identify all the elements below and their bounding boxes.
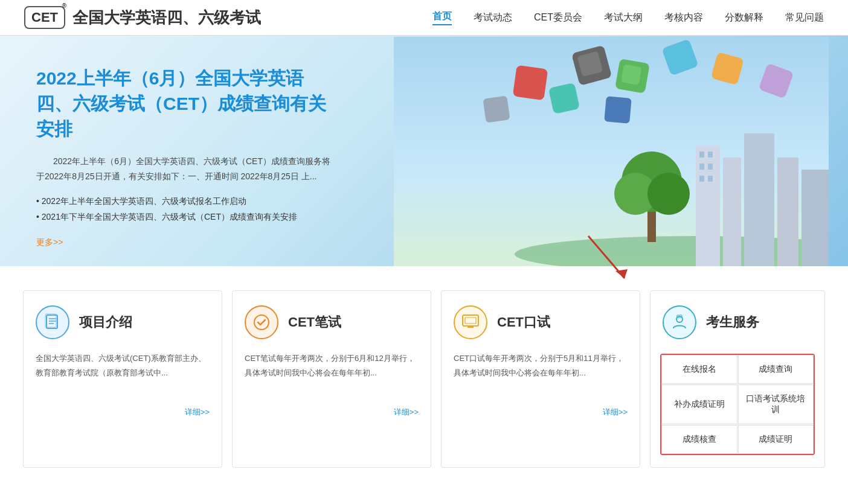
logo-badge: CET ® bbox=[24, 6, 65, 29]
svg-rect-27 bbox=[621, 65, 642, 86]
banner-illustration bbox=[394, 37, 829, 266]
banner-more-link[interactable]: 更多>> bbox=[36, 237, 63, 248]
service-buttons-grid: 在线报名 成绩查询 补办成绩证明 口语考试系统培训 成绩核查 成绩证明 bbox=[660, 354, 815, 455]
main-nav: 首页 考试动态 CET委员会 考试大纲 考核内容 分数解释 常见问题 bbox=[432, 10, 824, 25]
logo-registered: ® bbox=[62, 2, 66, 9]
site-header: CET ® 全国大学英语四、六级考试 首页 考试动态 CET委员会 考试大纲 考… bbox=[0, 0, 848, 36]
nav-scores[interactable]: 分数解释 bbox=[725, 11, 763, 24]
service-icon bbox=[663, 305, 696, 339]
card-written-title: CET笔试 bbox=[288, 313, 341, 331]
svg-rect-11 bbox=[699, 152, 704, 158]
svg-rect-22 bbox=[548, 83, 580, 114]
card-oral: CET口试 CET口试每年开考两次，分别于5月和11月举行，具体考试时间我中心将… bbox=[441, 290, 640, 468]
card-oral-header: CET口试 bbox=[454, 305, 628, 339]
site-title: 全国大学英语四、六级考试 bbox=[72, 7, 261, 28]
card-intro: 项目介绍 全国大学英语四、六级考试(CET)系教育部主办、教育部教育考试院（原教… bbox=[23, 290, 222, 468]
btn-reissue-cert[interactable]: 补办成绩证明 bbox=[661, 384, 737, 424]
banner-image bbox=[374, 36, 848, 266]
svg-rect-25 bbox=[604, 97, 632, 124]
btn-score-query[interactable]: 成绩查询 bbox=[738, 355, 814, 384]
card-written: CET笔试 CET笔试每年开考两次，分别于6月和12月举行，具体考试时间我中心将… bbox=[232, 290, 431, 468]
document-icon bbox=[43, 313, 62, 331]
svg-point-5 bbox=[647, 173, 690, 215]
card-written-link[interactable]: 详细>> bbox=[245, 407, 419, 418]
btn-online-register[interactable]: 在线报名 bbox=[661, 355, 737, 384]
card-intro-body: 全国大学英语四、六级考试(CET)系教育部主办、教育部教育考试院（原教育部考试中… bbox=[36, 351, 210, 400]
banner-section: 2022上半年（6月）全国大学英语四、六级考试（CET）成绩查询有关安排 202… bbox=[0, 36, 848, 266]
card-written-body: CET笔试每年开考两次，分别于6月和12月举行，具体考试时间我中心将会在每年年初… bbox=[245, 351, 419, 400]
svg-rect-14 bbox=[708, 164, 713, 170]
card-intro-header: 项目介绍 bbox=[36, 305, 210, 339]
nav-committee[interactable]: CET委员会 bbox=[534, 11, 582, 24]
svg-rect-24 bbox=[483, 96, 510, 123]
svg-rect-13 bbox=[699, 164, 704, 170]
card-oral-icon bbox=[454, 305, 487, 339]
checkmark-icon bbox=[253, 314, 270, 331]
nav-syllabus[interactable]: 考试大纲 bbox=[604, 11, 643, 24]
svg-rect-10 bbox=[801, 170, 829, 266]
svg-rect-8 bbox=[744, 133, 774, 266]
service-header: 考生服务 bbox=[650, 291, 824, 349]
card-intro-link[interactable]: 详细>> bbox=[36, 407, 210, 418]
monitor-icon bbox=[461, 314, 480, 331]
btn-score-verify[interactable]: 成绩核查 bbox=[661, 425, 737, 454]
nav-content[interactable]: 考核内容 bbox=[664, 11, 703, 24]
svg-rect-12 bbox=[708, 152, 713, 158]
student-icon bbox=[671, 314, 688, 331]
banner-title: 2022上半年（6月）全国大学英语四、六级考试（CET）成绩查询有关安排 bbox=[36, 66, 338, 142]
svg-rect-37 bbox=[465, 317, 476, 324]
nav-faq[interactable]: 常见问题 bbox=[785, 11, 824, 24]
service-title: 考生服务 bbox=[706, 313, 759, 331]
logo-text: CET bbox=[31, 10, 58, 25]
card-written-header: CET笔试 bbox=[245, 305, 419, 339]
cards-section: 项目介绍 全国大学英语四、六级考试(CET)系教育部主办、教育部教育考试院（原教… bbox=[0, 266, 848, 492]
svg-rect-15 bbox=[699, 176, 704, 182]
svg-rect-21 bbox=[513, 65, 548, 101]
card-oral-body: CET口试每年开考两次，分别于5月和11月举行，具体考试时间我中心将会在每年年初… bbox=[454, 351, 628, 400]
banner-news-list: 2022年上半年全国大学英语四、六级考试报名工作启动 2021年下半年全国大学英… bbox=[36, 196, 338, 223]
svg-rect-7 bbox=[723, 158, 741, 266]
news-item-1[interactable]: 2022年上半年全国大学英语四、六级考试报名工作启动 bbox=[36, 196, 338, 207]
nav-home[interactable]: 首页 bbox=[432, 10, 452, 25]
card-intro-title: 项目介绍 bbox=[79, 313, 132, 331]
svg-rect-16 bbox=[708, 176, 713, 182]
card-oral-title: CET口试 bbox=[497, 313, 550, 331]
news-item-2[interactable]: 2021年下半年全国大学英语四、六级考试（CET）成绩查询有关安排 bbox=[36, 212, 338, 223]
btn-score-cert[interactable]: 成绩证明 bbox=[738, 425, 814, 454]
btn-oral-training[interactable]: 口语考试系统培训 bbox=[738, 384, 814, 424]
banner-content: 2022上半年（6月）全国大学英语四、六级考试（CET）成绩查询有关安排 202… bbox=[0, 36, 374, 266]
card-written-icon bbox=[245, 305, 278, 339]
banner-desc: 2022年上半年（6月）全国大学英语四、六级考试（CET）成绩查询服务将于202… bbox=[36, 154, 338, 184]
card-service: 考生服务 在线报名 成绩查询 补办成绩证明 口语考试系统培训 成绩核查 成绩证明 bbox=[650, 290, 825, 468]
nav-exam-news[interactable]: 考试动态 bbox=[474, 11, 512, 24]
card-oral-link[interactable]: 详细>> bbox=[454, 407, 628, 418]
svg-point-35 bbox=[254, 315, 269, 330]
card-intro-icon bbox=[36, 305, 69, 339]
logo-area: CET ® 全国大学英语四、六级考试 bbox=[24, 6, 261, 29]
svg-rect-9 bbox=[777, 158, 798, 266]
